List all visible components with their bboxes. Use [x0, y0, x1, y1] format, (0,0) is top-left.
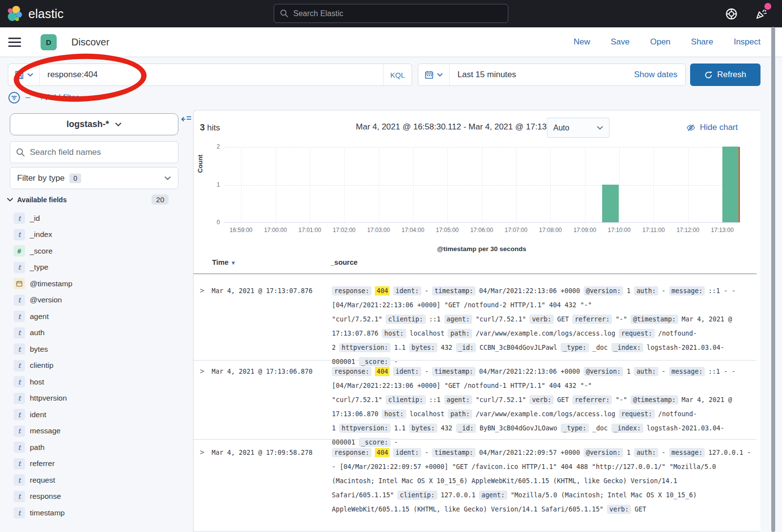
date-quick-select-button[interactable] [418, 64, 450, 85]
interval-select[interactable]: Auto [547, 118, 609, 138]
field-item-agent[interactable]: tagent [14, 308, 180, 325]
field-name-pill: auth: [634, 286, 658, 296]
text-field-icon: t [14, 229, 25, 240]
field-item-ident[interactable]: tident [14, 406, 180, 423]
nav-inspect-button[interactable]: Inspect [734, 37, 760, 47]
menu-icon[interactable] [8, 35, 21, 49]
field-value: localhost [410, 330, 444, 337]
gridline-v [688, 147, 689, 222]
discover-app-badge[interactable]: D [41, 34, 57, 50]
field-name-pill: _id: [456, 424, 477, 433]
expand-row-icon[interactable]: > [200, 446, 212, 532]
time-range-value[interactable]: Last 15 minutes [457, 70, 634, 80]
filter-icon[interactable] [8, 91, 21, 104]
query-text[interactable]: response:404 [47, 70, 383, 80]
elastic-logo-icon [7, 5, 23, 22]
field-value: CCBN_3cB04dGovJLPawl [479, 344, 557, 351]
field-item-referrer[interactable]: treferrer [14, 456, 180, 472]
show-dates-button[interactable]: Show dates [634, 70, 677, 80]
field-value: 04/Mar/2021:22:13:06 +0000 [479, 368, 580, 375]
search-field-names-input[interactable]: Search field names [10, 141, 178, 163]
field-value: ByBN_3cB04dGovJLOawo [479, 425, 557, 432]
field-name-pill: auth: [634, 367, 658, 376]
interval-value: Auto [553, 124, 593, 132]
expand-row-icon[interactable]: > [200, 364, 212, 439]
field-item-httpversion[interactable]: thttpversion [14, 390, 180, 407]
histogram-bar-17:13:00[interactable] [722, 147, 739, 222]
y-tick-label: 0 [200, 219, 220, 226]
gridline-v [241, 147, 241, 222]
field-item-timestamp[interactable]: ttimestamp [14, 505, 180, 521]
field-name: agent [30, 312, 49, 321]
x-tick-label: 17:03:00 [359, 227, 398, 234]
elastic-logo[interactable]: elastic [7, 5, 64, 22]
refresh-button[interactable]: Refresh [690, 64, 760, 86]
x-tick-label: 17:04:00 [393, 227, 433, 234]
hide-chart-button[interactable]: Hide chart [686, 123, 738, 132]
field-item-clientip[interactable]: tclientip [14, 358, 180, 374]
text-field-icon: t [14, 474, 25, 486]
x-tick-label: 17:08:00 [531, 227, 570, 234]
text-field-icon: t [14, 311, 25, 322]
field-name-pill: @timestamp: [630, 315, 678, 324]
field-name-pill: @timestamp: [630, 395, 678, 404]
histogram-bar-17:09:30[interactable] [602, 185, 619, 223]
nav-new-button[interactable]: New [573, 37, 590, 47]
text-field-icon: t [14, 376, 25, 387]
field-value: _doc [592, 425, 608, 432]
filter-by-type-count: 0 [69, 173, 81, 183]
query-input[interactable]: response:404 KQL [8, 64, 412, 86]
index-pattern-select[interactable]: logstash-* [10, 113, 178, 135]
index-pattern-label: logstash-* [66, 119, 109, 129]
field-item-@timestamp[interactable]: @timestamp [14, 276, 180, 292]
field-item-response[interactable]: tresponse [14, 489, 180, 505]
available-fields-header[interactable]: Available fields 20 [7, 194, 178, 205]
nav-save-button[interactable]: Save [610, 37, 630, 47]
help-icon[interactable] [725, 7, 738, 21]
field-item-host[interactable]: thost [14, 374, 180, 390]
doc-table-body: >Mar 4, 2021 @ 17:13:07.876response:404i… [194, 274, 757, 532]
field-value: - [425, 368, 429, 375]
field-name-pill: timestamp: [432, 367, 476, 376]
saved-query-menu-button[interactable] [8, 64, 40, 85]
nav-open-button[interactable]: Open [650, 37, 671, 47]
field-name-pill: ident: [393, 367, 421, 376]
chevron-down-icon [7, 197, 13, 202]
field-item-path[interactable]: tpath [14, 439, 180, 456]
field-name-pill: _index: [611, 343, 644, 352]
filter-by-type-select[interactable]: Filter by type 0 [10, 167, 178, 189]
hits-label: hits [207, 123, 220, 132]
field-item-_index[interactable]: t_index [14, 227, 180, 243]
field-name-pill: agent: [479, 490, 507, 500]
field-item-@version[interactable]: t@version [14, 292, 180, 309]
field-item-request[interactable]: trequest [14, 472, 180, 489]
chevron-down-icon [597, 126, 603, 130]
field-list: t_idt_index#_scoret_type@timestampt@vers… [14, 210, 180, 521]
query-language-button[interactable]: KQL [383, 64, 412, 85]
nav-share-button[interactable]: Share [691, 37, 713, 47]
field-item-bytes[interactable]: tbytes [14, 341, 180, 358]
expand-row-icon[interactable]: > [200, 284, 212, 360]
field-value: - [662, 449, 666, 456]
chevron-down-icon [27, 73, 33, 77]
search-icon [16, 148, 25, 157]
vertical-scrollbar[interactable] [771, 27, 775, 532]
date-picker[interactable]: Last 15 minutes Show dates [418, 64, 686, 86]
field-value: localhost [410, 410, 444, 418]
field-item-_id[interactable]: t_id [14, 210, 180, 227]
field-name-pill: agent: [444, 395, 473, 404]
collapse-sidebar-icon[interactable] [181, 115, 192, 124]
x-tick-label: 17:12:00 [669, 227, 708, 234]
field-item-message[interactable]: tmessage [14, 423, 180, 440]
add-filter-button[interactable]: + Add filter [39, 93, 79, 103]
time-column-header[interactable]: Time ▼ [212, 258, 236, 266]
field-name: auth [30, 328, 44, 337]
text-field-icon: t [14, 507, 25, 518]
field-item-_score[interactable]: #_score [14, 243, 180, 259]
histogram-chart[interactable] [224, 147, 739, 223]
calendar-icon [425, 70, 434, 79]
field-item-_type[interactable]: t_type [14, 259, 180, 276]
field-item-auth[interactable]: tauth [14, 325, 180, 341]
x-tick-label: 17:09:00 [565, 227, 605, 234]
global-search-input[interactable]: Search Elastic [274, 4, 508, 23]
